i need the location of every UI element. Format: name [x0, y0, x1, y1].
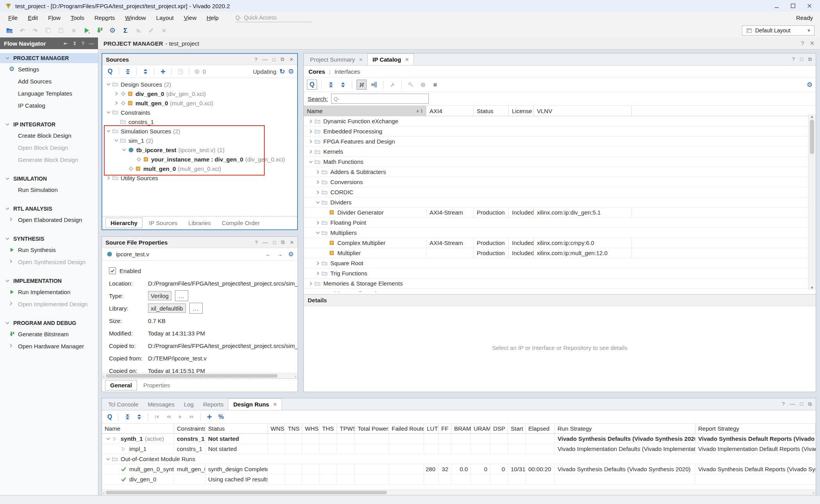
- catalog-row-complex-multiplier[interactable]: Complex MultiplierAXI4-Stream Production…: [304, 238, 816, 248]
- horizontal-scrollbar[interactable]: ‹ ›: [102, 490, 816, 495]
- column-header-failed-routes[interactable]: Failed Routes: [389, 424, 424, 433]
- column-header-run-strategy[interactable]: Run Strategy: [555, 424, 695, 433]
- flownav-section-project-manager[interactable]: PROJECT MANAGER: [0, 53, 98, 63]
- bottom-tab-design-runs[interactable]: Design Runs✕: [228, 398, 282, 410]
- enabled-checkbox[interactable]: [109, 267, 116, 274]
- close-icon[interactable]: ✕: [359, 57, 363, 62]
- bottom-tab-tcl-console[interactable]: Tcl Console: [103, 399, 143, 410]
- collapse-all-button[interactable]: [123, 412, 132, 422]
- flownav-section-rtl-analysis[interactable]: RTL ANALYSIS: [0, 204, 98, 214]
- catalog-row-dynamic-function-exchange[interactable]: Dynamic Function eXchange: [304, 116, 816, 126]
- scroll-up-icon[interactable]: ▲: [810, 114, 814, 119]
- paste-button[interactable]: [56, 26, 66, 35]
- column-header-start[interactable]: Start: [508, 424, 526, 433]
- chevron-right-icon[interactable]: [308, 281, 314, 286]
- chevron-down-icon[interactable]: [105, 82, 112, 87]
- property-field[interactable]: Verilog: [148, 291, 171, 300]
- maximize-icon[interactable]: [786, 1, 800, 11]
- collapse-all-button[interactable]: [326, 80, 335, 89]
- column-header-dsp[interactable]: DSP: [490, 424, 508, 433]
- bottom-tab-log[interactable]: Log: [179, 399, 198, 410]
- help-icon[interactable]: ?: [792, 56, 795, 62]
- help-doc-button[interactable]: ?: [176, 67, 185, 76]
- tree-item-mult-gen-0[interactable]: mult_gen_0(mult_gen_0.xci): [102, 164, 297, 173]
- tree-item-utility-sources[interactable]: Utility Sources: [102, 173, 297, 183]
- catalog-row-partial-reconfiguration[interactable]: Partial Reconfiguration: [304, 289, 816, 292]
- catalog-row-adders-subtracters[interactable]: Adders & Subtracters: [304, 167, 816, 177]
- redo-button[interactable]: ↷: [30, 26, 40, 35]
- column-header-tpws[interactable]: TPWS: [337, 424, 355, 433]
- chevron-down-icon[interactable]: [105, 128, 112, 134]
- undo-button[interactable]: ↶: [18, 26, 27, 35]
- column-header-constraints[interactable]: Constraints: [174, 424, 205, 433]
- scroll-left-icon[interactable]: ‹: [102, 490, 106, 495]
- minimize-panel-icon[interactable]: —: [89, 41, 94, 46]
- flownav-item-open-hardware-manager[interactable]: Open Hardware Manager: [0, 340, 98, 352]
- chevron-right-icon[interactable]: [315, 169, 321, 175]
- scrollbar-thumb[interactable]: [106, 491, 387, 494]
- tab-interfaces[interactable]: Interfaces: [334, 68, 360, 75]
- editor-tab-project-summary[interactable]: Project Summary✕: [305, 54, 367, 65]
- tab-cores[interactable]: Cores: [308, 68, 325, 75]
- flownav-item-run-simulation[interactable]: Run Simulation: [0, 184, 98, 196]
- close-icon[interactable]: ✕: [809, 40, 815, 47]
- minimize-panel-icon[interactable]: —: [262, 57, 267, 62]
- flownav-item-settings[interactable]: ⚙Settings: [0, 63, 98, 75]
- catalog-row-fpga-features-and-design[interactable]: FPGA Features and Design: [304, 137, 816, 147]
- float-panel-icon[interactable]: ⧉: [808, 56, 812, 62]
- gear-icon[interactable]: ⚙: [807, 81, 813, 89]
- scrollbar-thumb[interactable]: [810, 120, 814, 154]
- expand-all-button[interactable]: [141, 67, 150, 76]
- flownav-item-language-templates[interactable]: Language Templates: [0, 87, 98, 99]
- catalog-row-square-root[interactable]: Square Root: [304, 258, 816, 268]
- browse-button[interactable]: ...: [175, 290, 188, 301]
- expand-collapse-icon[interactable]: ⇕: [73, 41, 77, 46]
- chevron-right-icon[interactable]: [113, 91, 119, 96]
- bottom-tab-reports[interactable]: Reports: [198, 399, 228, 410]
- vertical-scrollbar[interactable]: ▲ ▼: [808, 114, 815, 290]
- properties-tab-general[interactable]: General: [105, 380, 137, 390]
- add-sources-button[interactable]: [158, 67, 168, 76]
- flownav-section-ip-integrator[interactable]: IP INTEGRATOR: [0, 119, 98, 130]
- flownav-section-simulation[interactable]: SIMULATION: [0, 174, 98, 184]
- column-header-elapsed[interactable]: Elapsed: [526, 424, 555, 433]
- search-button[interactable]: Q: [105, 67, 115, 76]
- sources-tab-compile-order[interactable]: Compile Order: [217, 218, 265, 228]
- column-header-status[interactable]: Status: [205, 424, 268, 433]
- column-header-ff[interactable]: FF: [439, 424, 451, 433]
- copy-button[interactable]: [43, 26, 53, 35]
- column-header-wns[interactable]: WNS: [268, 424, 285, 433]
- maximize-panel-icon[interactable]: □: [800, 401, 803, 407]
- edit-button[interactable]: [146, 26, 156, 35]
- tree-item-constrs-1[interactable]: constrs_1: [102, 117, 297, 126]
- maximize-panel-icon[interactable]: □: [800, 56, 803, 62]
- catalog-row-cordic[interactable]: CORDIC: [304, 187, 816, 197]
- flownav-item-generate-bitstream[interactable]: Generate Bitstream: [0, 328, 98, 340]
- chevron-right-icon[interactable]: [105, 175, 112, 181]
- percent-button[interactable]: %: [216, 412, 226, 422]
- column-header-lut[interactable]: LUT: [424, 424, 439, 433]
- tree-item-constraints[interactable]: Constraints: [102, 108, 297, 117]
- play-button[interactable]: [175, 412, 185, 422]
- column-header-axi4[interactable]: AXI4: [426, 106, 474, 116]
- column-header-vlnv[interactable]: VLNV: [534, 106, 632, 116]
- minimize-icon[interactable]: [770, 1, 783, 11]
- search-button[interactable]: Q: [307, 80, 317, 90]
- chevron-right-icon[interactable]: [113, 100, 119, 106]
- chevron-down-icon[interactable]: [315, 230, 321, 236]
- ip-settings-button[interactable]: [418, 80, 428, 89]
- horizontal-scrollbar[interactable]: ‹ ›: [102, 373, 298, 378]
- chevron-down-icon[interactable]: [105, 436, 111, 442]
- chevron-right-icon[interactable]: [308, 129, 314, 134]
- menu-help[interactable]: Help: [201, 14, 224, 21]
- chevron-right-icon[interactable]: [315, 190, 321, 195]
- chevron-down-icon[interactable]: [308, 159, 314, 165]
- column-header-bram[interactable]: BRAM: [451, 424, 471, 433]
- catalog-row-memories-storage-elements[interactable]: Memories & Storage Elements: [304, 279, 816, 289]
- tree-item-mult-gen-0[interactable]: mult_gen_0(mult_gen_0.xci): [102, 98, 297, 108]
- arrow-left-icon[interactable]: ←: [266, 251, 271, 257]
- taxonomy-filter-button[interactable]: [357, 80, 367, 90]
- browse-button[interactable]: ...: [189, 303, 203, 314]
- tree-item-tb-ipcore-test[interactable]: tb_ipcore_test(ipcore_test.v)(1): [102, 145, 297, 154]
- minimize-panel-icon[interactable]: —: [263, 240, 268, 245]
